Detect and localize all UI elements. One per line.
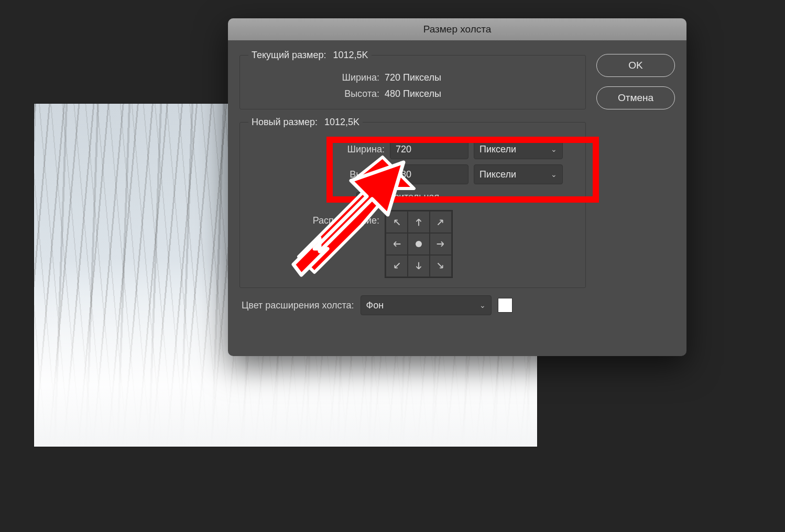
anchor-left[interactable] bbox=[386, 234, 407, 254]
ok-button[interactable]: OK bbox=[596, 54, 675, 77]
dialog-body: Текущий размер: 1012,5K Ширина: 720 Пикс… bbox=[228, 40, 686, 356]
current-size-legend: Текущий размер: 1012,5K bbox=[248, 50, 372, 61]
anchor-label: Расположение: bbox=[248, 210, 385, 226]
anchor-bottom[interactable] bbox=[408, 256, 429, 276]
anchor-bottom-right[interactable] bbox=[430, 256, 451, 276]
current-height-label: Высота: bbox=[248, 88, 385, 99]
anchor-grid bbox=[385, 210, 453, 278]
current-width-label: Ширина: bbox=[248, 72, 385, 83]
anchor-bottom-left[interactable] bbox=[386, 256, 407, 276]
relative-checkbox-label: Относительная bbox=[372, 192, 439, 203]
new-size-legend: Новый размер: 1012,5K bbox=[248, 117, 363, 128]
anchor-top-left[interactable] bbox=[386, 212, 407, 232]
dialog-titlebar[interactable]: Размер холста bbox=[228, 18, 686, 40]
new-height-unit-select[interactable]: Пиксели ⌄ bbox=[474, 164, 563, 184]
cancel-button-label: Отмена bbox=[618, 92, 653, 104]
relative-checkbox[interactable] bbox=[356, 192, 367, 203]
current-height-value: 480 Пикселы bbox=[385, 88, 441, 99]
new-size-value: 1012,5K bbox=[324, 117, 359, 127]
anchor-right[interactable] bbox=[430, 234, 451, 254]
new-width-unit-value: Пиксели bbox=[479, 144, 516, 155]
chevron-down-icon: ⌄ bbox=[551, 170, 557, 179]
anchor-top[interactable] bbox=[408, 212, 429, 232]
current-width-value: 720 Пикселы bbox=[385, 72, 441, 83]
current-size-group: Текущий размер: 1012,5K Ширина: 720 Пикс… bbox=[239, 50, 586, 109]
dialog-title: Размер холста bbox=[423, 24, 492, 35]
canvas-size-dialog: Размер холста Текущий размер: 1012,5K Ши… bbox=[228, 18, 686, 356]
canvas-extension-color-swatch[interactable] bbox=[498, 298, 513, 313]
new-width-input[interactable] bbox=[390, 139, 468, 159]
canvas-extension-color-select[interactable]: Фон ⌄ bbox=[361, 295, 492, 315]
new-width-unit-select[interactable]: Пиксели ⌄ bbox=[474, 139, 563, 159]
chevron-down-icon: ⌄ bbox=[479, 301, 486, 309]
current-size-legend-label: Текущий размер: bbox=[252, 50, 326, 60]
dialog-right-column: OK Отмена bbox=[596, 50, 675, 345]
new-height-label: Высота: bbox=[248, 169, 385, 180]
dialog-left-column: Текущий размер: 1012,5K Ширина: 720 Пикс… bbox=[239, 50, 586, 345]
new-height-unit-value: Пиксели bbox=[479, 169, 516, 180]
new-height-input[interactable] bbox=[390, 164, 468, 184]
dot-icon bbox=[416, 241, 422, 247]
canvas-extension-color-label: Цвет расширения холста: bbox=[242, 300, 354, 311]
anchor-top-right[interactable] bbox=[430, 212, 451, 232]
current-size-value: 1012,5K bbox=[333, 50, 368, 60]
cancel-button[interactable]: Отмена bbox=[596, 86, 675, 109]
canvas-extension-color-value: Фон bbox=[366, 300, 384, 311]
new-width-label: Ширина: bbox=[248, 144, 385, 155]
new-size-legend-label: Новый размер: bbox=[252, 117, 318, 127]
new-size-group: Новый размер: 1012,5K Ширина: Пиксели ⌄ … bbox=[239, 117, 586, 288]
chevron-down-icon: ⌄ bbox=[551, 145, 557, 153]
ok-button-label: OK bbox=[628, 60, 642, 71]
anchor-center[interactable] bbox=[408, 234, 429, 254]
